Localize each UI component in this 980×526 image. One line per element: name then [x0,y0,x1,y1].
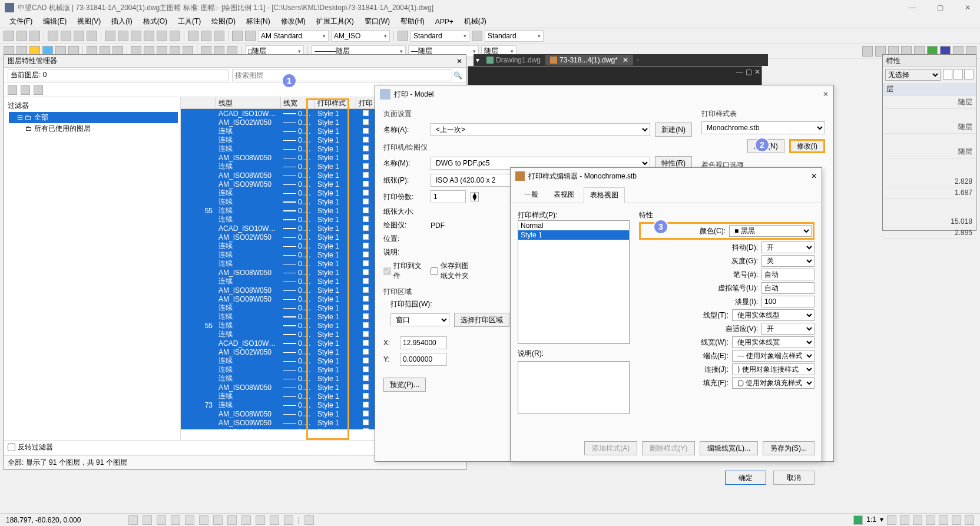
chevron-down-icon[interactable]: ▾ [880,515,883,525]
props-btn-icon[interactable] [943,69,952,80]
tb-icon[interactable] [201,31,211,41]
tb-icon[interactable] [131,31,141,41]
style-editor-close-icon[interactable]: ✕ [811,172,817,180]
close-tab-icon[interactable]: ✕ [623,56,628,64]
tab-formview[interactable]: 表格视图 [584,187,625,203]
menu-app[interactable]: APP+ [431,16,458,27]
menu-draw[interactable]: 绘图(D) [207,15,240,28]
sb-icon[interactable] [926,515,935,525]
props-btn-icon[interactable] [953,69,963,80]
to-file-checkbox[interactable]: 打印到文件 [383,261,426,281]
sb-icon[interactable] [227,515,237,525]
tab-tableview[interactable]: 表视图 [547,187,581,203]
layer-panel-close-icon[interactable]: ✕ [456,57,462,65]
menu-tools[interactable]: 工具(T) [173,15,206,28]
std-dropdown-3[interactable]: Standard [410,30,469,42]
menu-help[interactable]: 帮助(H) [396,15,429,28]
name-a-select[interactable]: <上一次> [431,123,650,136]
print-dialog-close-icon[interactable]: ✕ [823,90,829,98]
dither-select[interactable]: 开 [762,242,815,253]
sb-icon[interactable] [284,515,293,525]
endcap-select[interactable]: — 使用对象端点样式使用对象端点样式 [732,350,815,362]
range-select[interactable]: 窗口 [390,313,449,326]
tree-used[interactable]: 🗀 所有已使用的图层 [9,123,178,134]
col-plot[interactable]: 打印 [356,97,375,108]
save-to-checkbox[interactable]: 保存到图纸文件夹 [431,261,473,281]
search-icon[interactable]: 🔍 [453,71,462,80]
sb-icon[interactable] [887,515,896,525]
gray-select[interactable]: 关 [762,255,815,267]
sb-icon[interactable] [171,515,180,525]
delete-style-button[interactable]: 删除样式(Y) [642,441,695,455]
menu-file[interactable]: 文件(F) [5,15,37,28]
cancel-button[interactable]: 取消 [773,471,815,485]
std-dropdown-1[interactable]: AM Standard [258,30,329,42]
tb-icon[interactable] [61,31,71,41]
menu-dim[interactable]: 标注(N) [241,15,275,28]
col-plotstyle[interactable]: 打印样式 [315,97,356,108]
styles-listbox[interactable]: Normal Style 1 [518,220,630,344]
layer-search-input[interactable] [232,70,453,81]
tb-icon[interactable] [398,31,408,41]
tb-icon[interactable] [144,31,154,41]
copies-spinner[interactable]: ▲▼ [471,192,479,201]
menu-mech[interactable]: 机械(J) [459,15,491,28]
prop-value[interactable]: 随层 [929,97,972,107]
tree-all[interactable]: ⊟ 🗀 全部 [9,112,178,123]
tb-icon[interactable] [118,31,128,41]
sb-icon[interactable] [952,515,961,525]
tb-icon[interactable] [472,31,482,41]
tb-icon[interactable] [188,31,198,41]
color-select[interactable]: ■ 黑黑 [729,225,812,237]
copies-input[interactable] [431,190,466,203]
tb-icon[interactable] [4,31,14,41]
canvas-min-button[interactable]: — [736,68,743,76]
selection-select[interactable]: 无选择 [885,69,941,81]
style-table-select[interactable]: Monochrome.stb [701,121,825,134]
lweight-select[interactable]: 使用实体线宽 [732,336,815,348]
tb-icon[interactable] [232,31,243,41]
fill-select[interactable]: ▢ 使用对象填充样式 [732,377,815,389]
ok-button[interactable]: 确定 [725,471,766,485]
tb-icon[interactable] [29,31,40,41]
col-linetype[interactable]: 线型 [216,97,281,108]
tb-icon[interactable] [87,31,97,41]
tb-icon[interactable] [16,31,27,41]
canvas-close-button[interactable]: ✕ [754,68,760,76]
vpen-input[interactable] [762,282,815,294]
tab-nav-icon[interactable]: ▾ [474,56,482,64]
sb-icon[interactable] [143,515,152,525]
ltype-select[interactable]: 使用实体线型 [732,309,815,321]
sb-icon[interactable] [853,515,863,525]
sb-icon[interactable] [256,515,265,525]
saveas-button[interactable]: 另存为(S)... [763,441,815,455]
tab-general[interactable]: 一般 [518,187,545,203]
sb-icon[interactable] [213,515,223,525]
std-dropdown-4[interactable]: Standard [485,30,544,42]
sb-icon[interactable] [270,515,279,525]
new-tab-icon[interactable]: ▫ [633,56,643,64]
adapt-select[interactable]: 开 [762,323,815,335]
menu-edit[interactable]: 编辑(E) [38,15,71,28]
tb-icon[interactable] [862,46,873,57]
prop-value[interactable]: 随层 [929,122,972,132]
sb-icon[interactable] [900,515,909,525]
layer-tool-icon[interactable] [8,85,17,95]
y-input[interactable] [400,353,447,366]
tb-icon[interactable] [170,31,180,41]
doc-tab-1[interactable]: Drawing1.dwg [482,55,545,65]
layer-tool-icon[interactable] [34,85,43,95]
menu-insert[interactable]: 插入(I) [107,15,137,28]
minimize-button[interactable]: — [904,2,921,13]
menu-ext[interactable]: 扩展工具(X) [312,15,359,28]
select-area-button[interactable]: 选择打印区域 [454,313,509,327]
tb-icon[interactable] [245,31,256,41]
menu-format[interactable]: 格式(O) [138,15,172,28]
sb-icon[interactable] [241,515,251,525]
tb-icon[interactable] [157,31,167,41]
menu-view[interactable]: 视图(V) [72,15,105,28]
doc-tab-2[interactable]: 73-318...4(1).dwg*✕ [545,55,633,65]
std-dropdown-2[interactable]: AM_ISO [331,30,390,42]
tb-icon[interactable] [105,31,115,41]
menu-window[interactable]: 窗口(W) [360,15,395,28]
